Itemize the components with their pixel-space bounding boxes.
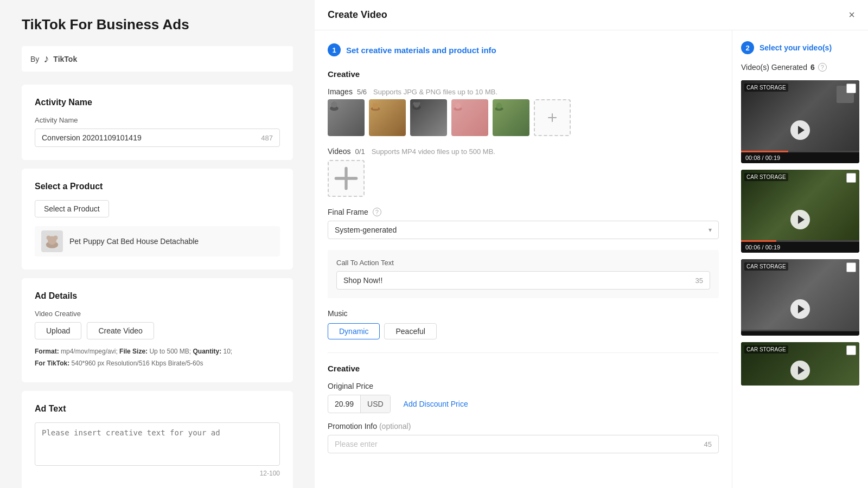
video-thumbnail-2: CAR STORAGE [741,170,859,240]
video-card-4[interactable]: CAR STORAGE [741,342,859,386]
video-play-icon-2[interactable] [790,210,810,229]
format-label: Format: [35,348,59,355]
music-peaceful-button[interactable]: Peaceful [384,323,436,339]
videos-generated-label: Video(s) Generated [741,63,807,72]
video-play-icon-1[interactable] [790,120,810,140]
svg-rect-7 [373,104,378,109]
original-price-label: Original Price [328,382,719,390]
modal-body: 1 Set creative materials and product inf… [315,30,868,488]
for-tiktok-label: For TikTok: [35,359,69,367]
activity-name-section: Activity Name Activity Name Conversion 2… [22,85,293,160]
product-thumbnail [41,230,63,252]
file-size-value: Up to 500 MB; [149,348,191,355]
video-card-1[interactable]: CAR STORAGE 00:08 / 00:19 [741,80,859,163]
svg-point-15 [496,102,502,108]
cta-char-count: 35 [695,277,703,285]
videos-generated-help-icon[interactable]: ? [818,63,827,72]
images-count: 5/6 [357,88,367,96]
videos-count: 0/1 [355,147,365,156]
svg-point-3 [53,236,58,240]
modal-right-panel: 2 Select your video(s) Video(s) Generate… [732,30,868,488]
add-video-button[interactable] [328,160,365,197]
format-value: mp4/mov/mpeg/avi; [61,348,118,355]
ad-details-section: Ad Details Video Creative Upload Create … [22,278,293,382]
creative-section-title: Creative [328,69,719,79]
ad-text-input[interactable] [35,422,280,466]
quantity-label: Quantity: [193,348,222,355]
video-play-icon-4[interactable] [790,361,810,380]
upload-button[interactable]: Upload [35,322,81,339]
video-bottom-bar-1: 00:08 / 00:19 [741,152,859,163]
quantity-value: 10; [224,348,233,355]
modal-left-panel: 1 Set creative materials and product inf… [315,30,732,488]
videos-generated-row: Video(s) Generated 6 ? [741,63,859,72]
tiktok-logo-icon: ♪ [43,53,49,65]
activity-char-count: 487 [261,134,273,142]
add-image-button[interactable] [534,99,571,136]
video-label-1: CAR STORAGE [744,84,788,92]
create-video-modal: Create Video × 1 Set creative materials … [315,0,868,488]
add-discount-link[interactable]: Add Discount Price [404,400,468,408]
image-thumb-2[interactable] [369,99,406,136]
promo-group: Promotion Info (optional) Please enter 4… [328,422,719,453]
video-bottom-bar-2: 00:06 / 00:19 [741,242,859,253]
video-checkbox-3[interactable] [846,262,856,272]
activity-section-title: Activity Name [35,98,280,107]
promo-input[interactable]: Please enter 45 [328,435,719,453]
by-label: By [30,55,39,63]
select-product-button[interactable]: Select a Product [35,200,109,217]
svg-point-2 [47,236,51,240]
svg-point-10 [413,102,416,105]
cta-label: Call To Action Text [336,259,710,267]
image-thumb-3[interactable] [410,99,447,136]
image-thumb-4[interactable] [451,99,488,136]
step2-badge: 2 [741,41,754,54]
step1-header: 1 Set creative materials and product inf… [328,43,719,56]
step2-title: Select your video(s) [760,43,832,52]
ad-details-title: Ad Details [35,291,280,301]
activity-name-input[interactable]: Conversion 20201109101419 487 [35,129,280,147]
images-note: Supports JPG & PNG files up to 10 MB. [373,88,497,96]
format-note: Format: mp4/mov/mpeg/avi; File Size: Up … [35,346,280,369]
modal-close-button[interactable]: × [848,9,855,21]
ad-text-title: Ad Text [35,404,280,414]
original-price-group: Original Price 20.99 USD Add Discount Pr… [328,382,719,413]
video-time-2: 00:06 / 00:19 [745,244,780,251]
final-frame-value: System-generated [335,226,397,234]
create-video-button[interactable]: Create Video [87,322,154,339]
step2-header: 2 Select your video(s) [741,41,859,54]
price-currency: USD [360,395,390,413]
image-thumb-5[interactable] [493,99,529,136]
video-checkbox-1[interactable] [846,84,856,93]
select-product-title: Select a Product [35,182,280,191]
video-play-icon-3[interactable] [790,299,810,319]
final-frame-help-icon[interactable]: ? [373,208,381,216]
video-bottom-bar-3 [741,331,859,336]
chevron-down-icon: ▾ [709,226,712,234]
video-btn-row: Upload Create Video [35,322,280,339]
video-checkbox-2[interactable] [846,173,856,183]
music-section: Music Dynamic Peaceful [328,309,719,339]
video-thumbnail-3: CAR STORAGE [741,259,859,330]
tiktok-brand-name: TikTok [53,55,77,63]
videos-note: Supports MP4 video files up to 500 MB. [372,147,495,156]
music-dynamic-button[interactable]: Dynamic [328,323,380,339]
videos-generated-count: 6 [810,63,815,72]
promo-label: Promotion Info (optional) [328,422,719,431]
music-label: Music [328,309,719,318]
image-thumb-1[interactable] [328,99,365,136]
cta-value: Shop Now!! [343,276,382,285]
creative-bottom-title: Creative [328,364,719,373]
video-card-2[interactable]: CAR STORAGE 00:06 / 00:19 [741,170,859,253]
step1-title: Set creative materials and product info [346,46,496,55]
video-card-3[interactable]: CAR STORAGE [741,259,859,336]
price-value: 20.99 [328,395,360,413]
video-thumbnail-1: CAR STORAGE [741,80,859,151]
cta-input[interactable]: Shop Now!! 35 [336,271,710,290]
video-progress-1 [741,151,859,152]
video-label-4: CAR STORAGE [744,345,788,354]
final-frame-dropdown[interactable]: System-generated ▾ [328,221,719,239]
file-size-label: File Size: [119,348,148,355]
video-checkbox-4[interactable] [846,345,856,355]
svg-point-13 [455,102,461,108]
